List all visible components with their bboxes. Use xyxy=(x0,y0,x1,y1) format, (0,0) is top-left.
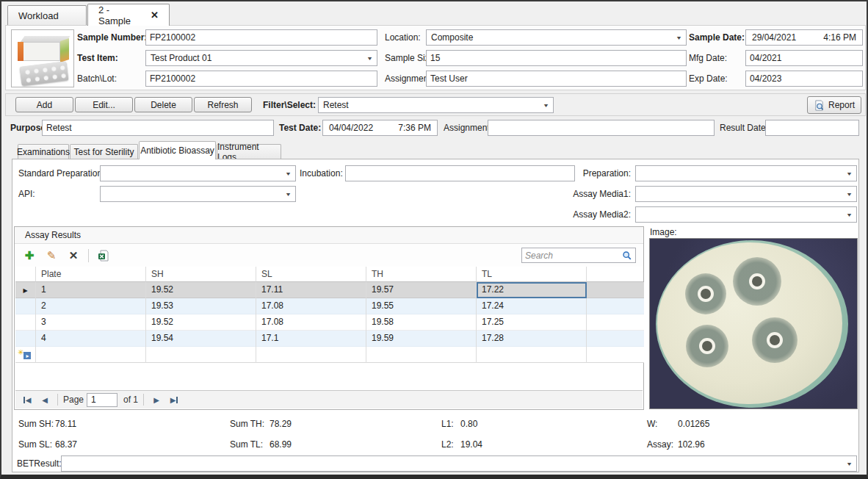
cell-sh[interactable] xyxy=(146,347,256,363)
sample-number-input[interactable] xyxy=(145,29,377,46)
toolbar: Add Edit... Delete Refresh Filter\Select… xyxy=(5,93,866,116)
test-item-dropdown[interactable]: Test Product 01 ▼ xyxy=(145,50,377,66)
cell-tl[interactable]: 17.24 xyxy=(477,298,587,314)
table-row[interactable]: ▶ 1 19.52 17.11 19.57 17.22 xyxy=(15,282,644,298)
purpose-input[interactable] xyxy=(42,120,274,136)
sum-th-value: 78.29 xyxy=(270,416,292,432)
grid-header-sl[interactable]: SL xyxy=(256,267,366,282)
sum-sl-label: Sum SL: xyxy=(18,436,52,453)
sample-size-input[interactable] xyxy=(426,50,687,66)
tab-antibiotic-bioassay[interactable]: Antibiotic Bioassay xyxy=(139,141,216,159)
page-number-input[interactable] xyxy=(87,393,117,407)
cell-plate[interactable]: 2 xyxy=(36,298,146,314)
close-tab-icon[interactable]: ✕ xyxy=(151,10,159,21)
standard-preparation-dropdown[interactable]: ▼ xyxy=(100,165,296,181)
inhibition-zone-1 xyxy=(685,273,726,314)
add-button[interactable]: Add xyxy=(15,97,73,112)
grid-header-tl[interactable]: TL xyxy=(477,267,587,282)
table-row[interactable]: 4 19.54 17.1 19.59 17.28 xyxy=(15,331,644,347)
sample-date-field[interactable]: 29/04/2021 4:16 PM xyxy=(745,29,863,46)
grid-header-th[interactable]: TH xyxy=(366,267,477,282)
cell-sh[interactable]: 19.54 xyxy=(146,331,256,347)
pager-prev-button[interactable]: ◀ xyxy=(37,393,52,407)
mfg-date-input[interactable] xyxy=(745,50,863,66)
search-icon[interactable] xyxy=(622,251,632,261)
cell-th[interactable] xyxy=(366,347,477,363)
assay-results-toolbar: ✚ ✎ ✕ xyxy=(15,244,643,267)
edit-row-icon[interactable]: ✎ xyxy=(44,248,59,263)
grid-pager: ◀ ◀ Page of 1 ▶ ▶ xyxy=(15,390,643,408)
grid-header-filler xyxy=(587,267,643,282)
cell-plate[interactable]: 3 xyxy=(36,314,146,331)
chevron-down-icon: ▼ xyxy=(285,171,292,176)
sum-sh-value: 78.11 xyxy=(55,416,76,432)
product-box-front xyxy=(18,42,60,61)
cell-tl[interactable]: 17.28 xyxy=(477,331,587,347)
incubation-input[interactable] xyxy=(345,165,575,181)
cell-sl[interactable]: 17.08 xyxy=(256,298,366,314)
cell-plate[interactable]: 1 xyxy=(36,282,146,298)
table-row[interactable]: 3 19.52 17.08 19.58 17.25 xyxy=(15,314,644,331)
cell-plate[interactable] xyxy=(36,347,146,363)
add-row-icon[interactable]: ✚ xyxy=(22,248,37,263)
pager-last-icon: ▶ xyxy=(170,396,176,404)
tab-instrument-logs[interactable]: Instrument Logs xyxy=(217,144,281,159)
search-input[interactable] xyxy=(525,251,622,261)
export-excel-icon[interactable] xyxy=(96,248,111,263)
cell-sh[interactable]: 19.52 xyxy=(146,314,256,331)
pager-next-button[interactable]: ▶ xyxy=(149,393,164,407)
refresh-button[interactable]: Refresh xyxy=(194,97,252,112)
bet-result-dropdown[interactable]: ▼ xyxy=(61,455,857,472)
cell-sh[interactable]: 19.52 xyxy=(146,282,256,298)
table-row[interactable]: 2 19.53 17.08 19.55 17.24 xyxy=(15,298,644,314)
assignment-input[interactable] xyxy=(426,71,687,87)
location-dropdown[interactable]: Composite ▼ xyxy=(426,29,687,46)
exp-date-input[interactable] xyxy=(745,71,863,87)
test-date-field[interactable]: 04/04/2022 7:36 PM xyxy=(322,120,438,136)
grid-header-plate[interactable]: Plate xyxy=(36,267,146,282)
grid-header-sh[interactable]: SH xyxy=(146,267,256,282)
mfg-date-label: Mfg Date: xyxy=(689,50,727,66)
assay-media1-dropdown[interactable]: ▼ xyxy=(635,186,857,202)
filter-select-dropdown[interactable]: Retest ▼ xyxy=(318,97,554,113)
cell-filler xyxy=(587,282,644,298)
cell-tl[interactable]: 17.25 xyxy=(477,314,587,331)
pager-separator xyxy=(57,394,58,406)
assignment2-input[interactable] xyxy=(488,120,715,136)
cell-th[interactable]: 19.55 xyxy=(366,298,477,314)
cell-sl[interactable] xyxy=(256,347,366,363)
report-icon xyxy=(814,100,825,111)
api-dropdown[interactable]: ▼ xyxy=(100,186,296,202)
cell-plate[interactable]: 4 xyxy=(36,331,146,347)
assay-results-group: Assay Results ✚ ✎ ✕ xyxy=(14,226,644,410)
chevron-down-icon: ▼ xyxy=(366,56,373,61)
delete-row-icon[interactable]: ✕ xyxy=(66,248,81,263)
assay-media2-dropdown[interactable]: ▼ xyxy=(635,206,857,223)
delete-button[interactable]: Delete xyxy=(134,97,192,112)
cell-sh[interactable]: 19.53 xyxy=(146,298,256,314)
tab-workload[interactable]: Workload xyxy=(7,5,87,25)
cell-tl[interactable] xyxy=(477,347,587,363)
inhibition-zone-2 xyxy=(733,257,781,306)
pager-first-button[interactable]: ◀ xyxy=(20,393,35,407)
preparation-dropdown[interactable]: ▼ xyxy=(635,165,857,181)
batch-lot-input[interactable] xyxy=(145,71,377,87)
cell-sl[interactable]: 17.11 xyxy=(256,282,366,298)
cell-sl[interactable]: 17.08 xyxy=(256,314,366,331)
cell-th[interactable]: 19.57 xyxy=(366,282,477,298)
tab-examinations[interactable]: Examinations xyxy=(18,144,69,159)
pager-last-button[interactable]: ▶ xyxy=(167,393,181,407)
cell-sl[interactable]: 17.1 xyxy=(256,331,366,347)
cell-tl-selected[interactable]: 17.22 xyxy=(477,282,587,298)
assay-media2-label: Assay Media2: xyxy=(560,206,631,223)
current-row-marker-icon: ▶ xyxy=(23,287,27,294)
new-row[interactable]: ✳ ▸ xyxy=(15,347,644,363)
tab-sample[interactable]: 2 - Sample ✕ xyxy=(87,4,170,26)
result-date-input[interactable] xyxy=(765,120,859,136)
report-button[interactable]: Report xyxy=(807,96,861,114)
tab-test-for-sterility[interactable]: Test for Sterility xyxy=(70,144,138,159)
cell-th[interactable]: 19.58 xyxy=(366,314,477,331)
edit-button[interactable]: Edit... xyxy=(75,97,133,112)
delete-button-label: Delete xyxy=(151,100,176,110)
cell-th[interactable]: 19.59 xyxy=(366,331,477,347)
